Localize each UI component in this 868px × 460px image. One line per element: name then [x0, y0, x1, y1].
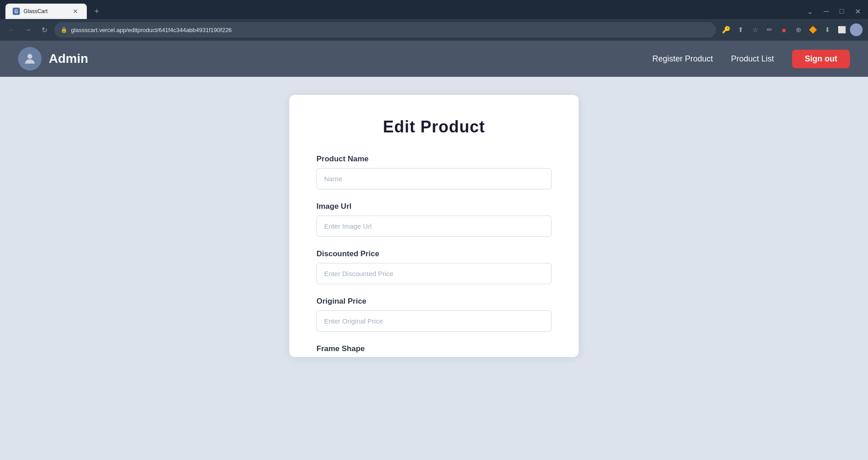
edit-icon[interactable]: ✏	[763, 23, 776, 36]
address-bar[interactable]: 🔒 glassscart.vercel.app/editproduct/641f…	[54, 22, 716, 38]
edit-product-form: Product Name Image Url Discounted Price …	[316, 155, 552, 353]
back-button[interactable]: ←	[5, 23, 18, 36]
original-price-label: Original Price	[316, 297, 552, 306]
browser-chrome: G GlassCart ✕ + ⌄ ─ □ ✕ ← → ↻ 🔒 glasssca…	[0, 0, 868, 41]
discounted-price-input[interactable]	[316, 263, 552, 284]
screenshot-icon[interactable]: ■	[778, 23, 790, 36]
minimize-icon[interactable]: ─	[822, 5, 830, 17]
url-text: glassscart.vercel.app/editproduct/641f4c…	[71, 27, 710, 33]
product-name-input[interactable]	[316, 168, 552, 189]
admin-label: Admin	[49, 52, 88, 66]
app-brand: Admin	[18, 47, 88, 70]
forward-button[interactable]: →	[22, 23, 34, 36]
key-icon[interactable]: 🔑	[720, 23, 732, 36]
tab-close-icon[interactable]: ✕	[71, 7, 80, 15]
product-name-group: Product Name	[316, 155, 552, 189]
sidebar-icon[interactable]: ⬜	[835, 23, 848, 36]
sign-out-button[interactable]: Sign out	[792, 50, 850, 68]
discounted-price-group: Discounted Price	[316, 249, 552, 284]
discounted-price-label: Discounted Price	[316, 249, 552, 258]
frame-shape-label: Frame Shape	[316, 344, 552, 353]
toolbar-actions: 🔑 ⬆ ☆ ✏ ■ ⊕ 🔶 ⬇ ⬜	[720, 23, 863, 36]
original-price-input[interactable]	[316, 310, 552, 332]
lock-icon: 🔒	[61, 27, 67, 33]
reload-button[interactable]: ↻	[38, 23, 51, 36]
svg-point-0	[28, 54, 33, 59]
header-avatar	[18, 47, 42, 70]
original-price-group: Original Price	[316, 297, 552, 332]
tab-list-icon[interactable]: ⌄	[805, 5, 815, 18]
header-nav: Register Product Product List Sign out	[652, 50, 850, 68]
page-title: Edit Product	[316, 117, 552, 136]
download-icon[interactable]: ⬇	[821, 23, 834, 36]
browser-tab[interactable]: G GlassCart ✕	[5, 4, 87, 19]
tab-title: GlassCart	[24, 8, 68, 14]
tab-favicon: G	[13, 8, 20, 15]
browser-toolbar: ← → ↻ 🔒 glassscart.vercel.app/editproduc…	[0, 19, 868, 41]
frame-shape-group: Frame Shape	[316, 344, 552, 353]
bookmark-icon[interactable]: ☆	[749, 23, 761, 36]
image-url-input[interactable]	[316, 216, 552, 237]
product-list-link[interactable]: Product List	[731, 54, 774, 64]
register-product-link[interactable]: Register Product	[652, 54, 713, 64]
user-icon	[23, 52, 37, 66]
extension-icon[interactable]: ⊕	[792, 23, 805, 36]
image-url-label: Image Url	[316, 202, 552, 211]
extension2-icon[interactable]: 🔶	[807, 23, 819, 36]
window-controls: ⌄ ─ □ ✕	[805, 5, 863, 18]
image-url-group: Image Url	[316, 202, 552, 237]
product-name-label: Product Name	[316, 155, 552, 164]
profile-avatar[interactable]	[850, 23, 863, 36]
page-content: Edit Product Product Name Image Url Disc…	[0, 77, 868, 460]
maximize-icon[interactable]: □	[838, 5, 846, 17]
new-tab-button[interactable]: +	[90, 5, 103, 18]
share-icon[interactable]: ⬆	[734, 23, 747, 36]
close-icon[interactable]: ✕	[853, 5, 863, 18]
app-header: Admin Register Product Product List Sign…	[0, 41, 868, 77]
browser-tab-bar: G GlassCart ✕ + ⌄ ─ □ ✕	[0, 0, 868, 19]
edit-product-card: Edit Product Product Name Image Url Disc…	[289, 95, 579, 357]
